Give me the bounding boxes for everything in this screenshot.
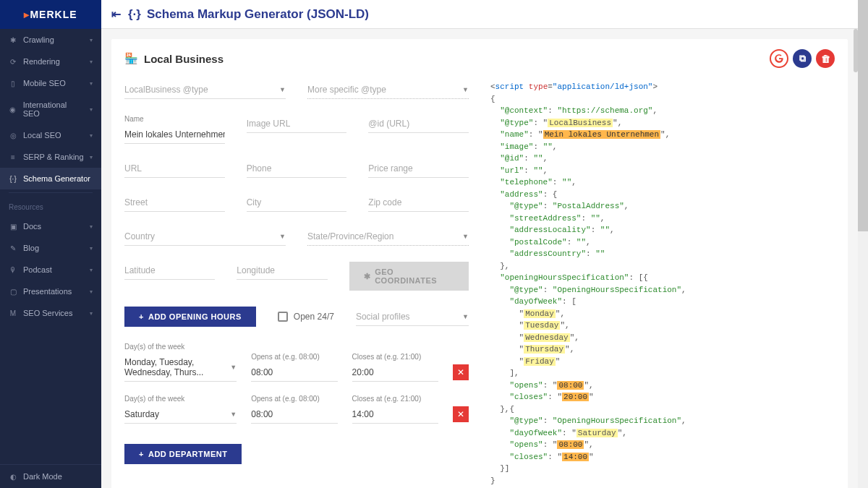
nav-icon: ⟳ [9, 58, 17, 66]
sidebar-item-serp-&-ranking[interactable]: ≡SERP & Ranking▾ [0, 146, 101, 168]
sidebar-item-docs[interactable]: ▣Docs▾ [0, 215, 101, 237]
copy-button[interactable]: ⧉ [793, 49, 812, 68]
closes-label: Closes at (e.g. 21:00) [352, 353, 438, 361]
chevron-down-icon: ▾ [90, 267, 93, 273]
chevron-down-icon: ▼ [462, 86, 469, 93]
geo-coordinates-button: ✱ GEO COORDINATES [349, 262, 469, 291]
checkbox-icon [278, 312, 288, 322]
social-profiles-select[interactable]: Social profiles▼ [356, 308, 469, 326]
nav-main: ✱Crawling▾⟳Rendering▾▯Mobile SEO▾◉Intern… [0, 29, 101, 189]
inner-scrollbar[interactable] [854, 29, 858, 72]
chevron-down-icon: ▾ [90, 310, 93, 317]
sidebar-item-crawling[interactable]: ✱Crawling▾ [0, 29, 101, 51]
opens-input[interactable] [251, 406, 337, 424]
street-input[interactable] [124, 194, 225, 212]
id-url-input[interactable] [368, 115, 469, 133]
chevron-down-icon: ▼ [230, 364, 237, 371]
name-label: Name [124, 115, 225, 123]
closes-label: Closes at (e.g. 21:00) [352, 395, 438, 403]
store-icon: 🏪 [124, 52, 138, 65]
sidebar-item-blog[interactable]: ✎Blog▾ [0, 237, 101, 259]
form-panel: LocalBusiness @type▼ More specific @type… [124, 81, 469, 488]
google-test-button[interactable] [770, 49, 788, 68]
chevron-down-icon: ▼ [462, 233, 469, 240]
nav-icon: 🎙 [9, 266, 17, 274]
specific-type-select[interactable]: More specific @type▼ [307, 81, 469, 99]
chevron-down-icon: ▾ [90, 245, 93, 252]
sidebar-item-local-seo[interactable]: ◎Local SEO▾ [0, 124, 101, 146]
logo: ▸MERKLE [0, 0, 101, 29]
sidebar-item-mobile-seo[interactable]: ▯Mobile SEO▾ [0, 72, 101, 94]
closes-input[interactable] [352, 406, 438, 424]
add-opening-hours-button[interactable]: + ADD OPENING HOURS [124, 307, 256, 327]
card-title: 🏪 Local Business [124, 52, 224, 65]
latitude-input[interactable] [124, 262, 215, 280]
city-input[interactable] [247, 194, 347, 212]
days-select[interactable]: Monday, Tuesday, Wednesday, Thurs...▼ [124, 354, 237, 382]
page-scrollbar[interactable] [858, 0, 868, 488]
code-braces-icon: {·} [128, 7, 141, 22]
main: ⇤ {·} Schema Markup Generator (JSON-LD) … [101, 0, 858, 488]
nav-icon: ◉ [9, 106, 17, 114]
chevron-down-icon: ▾ [90, 223, 93, 230]
closes-input[interactable] [352, 364, 438, 382]
sidebar-item-podcast[interactable]: 🎙Podcast▾ [0, 259, 101, 281]
code-output: <script type="application/ld+json"> { "@… [490, 81, 835, 488]
sidebar-item-schema-generator[interactable]: {·}Schema Generator [0, 168, 101, 189]
delete-hours-button[interactable]: ✕ [453, 406, 469, 422]
opening-hours-row: Day(s) of the weekMonday, Tuesday, Wedne… [124, 343, 469, 382]
dark-mode-toggle[interactable]: ◐ Dark Mode [0, 464, 101, 488]
days-label: Day(s) of the week [124, 395, 237, 403]
nav-icon: ◎ [9, 132, 17, 140]
opens-input[interactable] [251, 364, 337, 382]
nav-icon: ▢ [9, 288, 17, 296]
collapse-sidebar-button[interactable]: ⇤ [111, 7, 121, 21]
sidebar-item-seo-services[interactable]: MSEO Services▾ [0, 302, 101, 324]
name-input[interactable] [124, 126, 225, 144]
dark-mode-icon: ◐ [9, 473, 17, 481]
sidebar-item-rendering[interactable]: ⟳Rendering▾ [0, 51, 101, 72]
opens-label: Opens at (e.g. 08:00) [251, 395, 337, 403]
chevron-down-icon: ▾ [90, 37, 93, 43]
topbar: ⇤ {·} Schema Markup Generator (JSON-LD) [101, 0, 858, 29]
chevron-down-icon: ▾ [90, 80, 93, 87]
chevron-down-icon: ▾ [90, 154, 93, 160]
chevron-down-icon: ▼ [462, 313, 469, 320]
sidebar: ▸MERKLE ✱Crawling▾⟳Rendering▾▯Mobile SEO… [0, 0, 101, 488]
chevron-down-icon: ▼ [279, 86, 286, 93]
phone-input[interactable] [247, 160, 347, 178]
form-card: 🏪 Local Business ⧉ 🗑 Lo [111, 39, 848, 488]
nav-icon: ≡ [9, 153, 17, 161]
nav-icon: ✱ [9, 36, 17, 44]
sidebar-item-international-seo[interactable]: ◉International SEO▾ [0, 94, 101, 124]
longitude-input[interactable] [237, 262, 327, 280]
nav-icon: ✎ [9, 244, 17, 252]
sidebar-item-presentations[interactable]: ▢Presentations▾ [0, 281, 101, 302]
url-input[interactable] [124, 160, 225, 178]
local-business-type-select[interactable]: LocalBusiness @type▼ [124, 81, 286, 99]
country-select[interactable]: Country▼ [124, 228, 286, 246]
content: 🏪 Local Business ⧉ 🗑 Lo [101, 29, 858, 488]
opens-label: Opens at (e.g. 08:00) [251, 353, 337, 361]
open-247-checkbox[interactable]: Open 24/7 [278, 312, 334, 322]
nav-icon: ▣ [9, 223, 17, 231]
nav-icon: ▯ [9, 80, 17, 87]
region-select[interactable]: State/Province/Region▼ [307, 228, 469, 246]
image-url-input[interactable] [247, 115, 347, 133]
add-department-button[interactable]: + ADD DEPARTMENT [124, 444, 242, 464]
chevron-down-icon: ▼ [230, 411, 237, 418]
chevron-down-icon: ▾ [90, 288, 93, 295]
chevron-down-icon: ▾ [90, 106, 93, 113]
chevron-down-icon: ▼ [279, 233, 286, 240]
nav-icon: M [9, 309, 17, 317]
delete-hours-button[interactable]: ✕ [453, 364, 469, 380]
chevron-down-icon: ▾ [90, 132, 93, 139]
chevron-down-icon: ▾ [90, 59, 93, 65]
nav-section-label: Resources [0, 196, 101, 215]
opening-hours-row: Day(s) of the weekSaturday▼Opens at (e.g… [124, 395, 469, 424]
days-label: Day(s) of the week [124, 343, 237, 351]
zip-input[interactable] [368, 194, 469, 212]
delete-button[interactable]: 🗑 [816, 49, 835, 68]
price-range-input[interactable] [368, 160, 469, 178]
days-select[interactable]: Saturday▼ [124, 406, 237, 424]
